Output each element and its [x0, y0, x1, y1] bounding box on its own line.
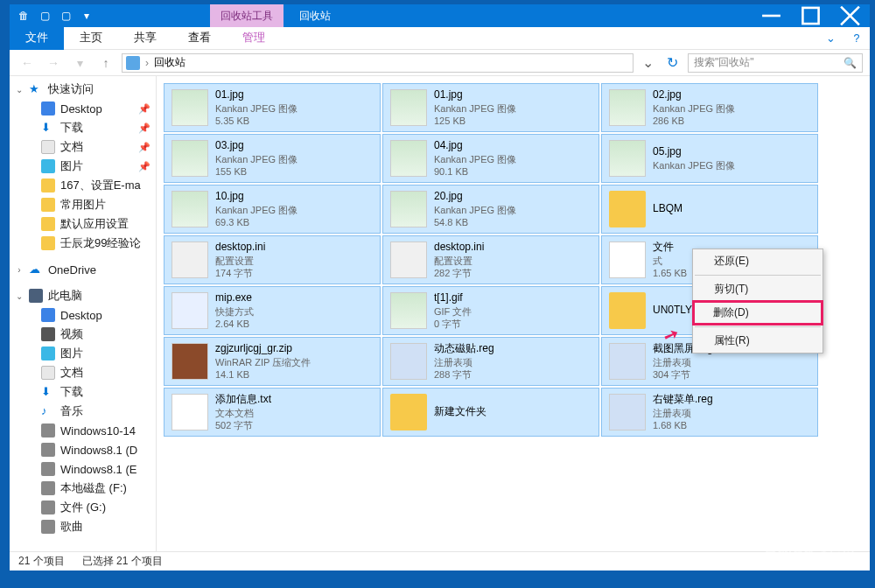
expand-icon[interactable]: ⌄	[15, 291, 24, 301]
expand-icon[interactable]: ⌄	[15, 85, 24, 94]
ribbon-tab-share[interactable]: 共享	[118, 27, 172, 50]
file-item[interactable]: zgjzurljcgj_gr.zip WinRAR ZIP 压缩文件 14.1 …	[164, 337, 381, 386]
sidebar-item[interactable]: ♪音乐	[10, 402, 156, 421]
sidebar-item[interactable]: 壬辰龙99经验论	[10, 234, 156, 253]
expand-icon[interactable]: ›	[15, 265, 24, 275]
menu-properties[interactable]: 属性(R)	[693, 329, 822, 353]
file-name: 01.jpg	[434, 88, 516, 102]
nav-back-button[interactable]: ←	[17, 52, 38, 74]
sidebar-item[interactable]: 歌曲	[10, 517, 156, 536]
file-item[interactable]: 新建文件夹	[382, 388, 599, 437]
nav-history-dropdown[interactable]: ▾	[69, 52, 90, 74]
ribbon-expand-icon[interactable]: ⌄	[817, 32, 844, 45]
path-segment[interactable]: 回收站	[154, 55, 186, 70]
file-tab[interactable]: 文件	[10, 27, 64, 50]
folder-icon	[41, 236, 55, 250]
sidebar-item[interactable]: 文档📌	[10, 137, 156, 157]
file-size: 90.1 KB	[434, 165, 516, 178]
ribbon-tab-home[interactable]: 主页	[64, 27, 118, 50]
file-item[interactable]: t[1].gif GIF 文件 0 字节	[382, 286, 599, 335]
doc-icon	[41, 140, 55, 154]
sidebar-item[interactable]: Windows8.1 (D	[10, 440, 156, 459]
ribbon-tab-manage[interactable]: 管理	[227, 27, 281, 50]
file-item[interactable]: LBQM	[601, 185, 818, 234]
sidebar-this-pc[interactable]: ⌄ 此电脑	[10, 286, 156, 305]
file-thumbnail	[390, 394, 427, 430]
navigation-pane[interactable]: ⌄ ★ 快速访问 Desktop📌⬇下载📌文档📌图片📌167、设置E-ma常用图…	[10, 76, 157, 551]
file-type: Kankan JPEG 图像	[434, 153, 516, 165]
file-name: 20.jpg	[434, 190, 516, 204]
file-item[interactable]: 动态磁贴.reg 注册表项 288 字节	[382, 337, 599, 386]
file-type: 注册表项	[434, 356, 494, 368]
sidebar-item[interactable]: Windows10-14	[10, 421, 156, 440]
file-item[interactable]: 03.jpg Kankan JPEG 图像 155 KB	[164, 134, 381, 183]
desktop-icon	[41, 308, 55, 322]
sidebar-quick-access[interactable]: ⌄ ★ 快速访问	[10, 80, 156, 99]
menu-delete[interactable]: 删除(D)	[692, 300, 823, 326]
ribbon-tab-view[interactable]: 查看	[172, 27, 227, 50]
qat-item[interactable]: ▢	[59, 9, 73, 23]
pin-icon: 📌	[138, 142, 150, 153]
sidebar-item[interactable]: 图片📌	[10, 157, 156, 176]
file-name: 03.jpg	[215, 139, 298, 153]
sidebar-item[interactable]: ⬇下载📌	[10, 118, 156, 137]
file-thumbnail	[172, 343, 208, 380]
titlebar[interactable]: 🗑 ▢ ▢ ▾ 回收站工具 回收站	[10, 4, 870, 27]
minimize-button[interactable]	[752, 4, 791, 27]
sidebar-item[interactable]: Desktop	[10, 305, 156, 325]
pin-icon: 📌	[138, 122, 150, 134]
nav-forward-button[interactable]: →	[43, 52, 64, 74]
file-item[interactable]: 01.jpg Kankan JPEG 图像 125 KB	[382, 83, 599, 132]
file-thumbnail	[390, 89, 427, 126]
file-item[interactable]: desktop.ini 配置设置 174 字节	[164, 235, 381, 284]
help-icon[interactable]: ?	[844, 32, 870, 45]
menu-cut[interactable]: 剪切(T)	[693, 277, 822, 301]
file-name: 01.jpg	[215, 88, 298, 102]
file-item[interactable]: 02.jpg Kankan JPEG 图像 286 KB	[601, 83, 818, 132]
address-dropdown-icon[interactable]: ⌄	[639, 54, 656, 71]
sidebar-item[interactable]: 文档	[10, 363, 156, 382]
sidebar-item[interactable]: 本地磁盘 (F:)	[10, 479, 156, 498]
sidebar-item[interactable]: 默认应用设置	[10, 214, 156, 234]
file-item[interactable]: 添加信息.txt 文本文档 502 字节	[164, 388, 381, 437]
qat-item[interactable]: ▢	[38, 9, 52, 23]
file-name: zgjzurljcgj_gr.zip	[215, 342, 311, 356]
qat-dropdown[interactable]: ▾	[80, 9, 94, 23]
file-size: 69.3 KB	[215, 216, 298, 228]
menu-restore[interactable]: 还原(E)	[693, 249, 822, 273]
file-item[interactable]: desktop.ini 配置设置 282 字节	[382, 235, 599, 284]
sidebar-item[interactable]: 视频	[10, 325, 156, 344]
file-item[interactable]: 10.jpg Kankan JPEG 图像 69.3 KB	[164, 185, 381, 234]
file-item[interactable]: 20.jpg Kankan JPEG 图像 54.8 KB	[382, 185, 599, 234]
file-size: 174 字节	[215, 267, 265, 279]
file-item[interactable]: 04.jpg Kankan JPEG 图像 90.1 KB	[382, 134, 599, 183]
file-item[interactable]: mip.exe 快捷方式 2.64 KB	[164, 286, 381, 335]
address-path[interactable]: › 回收站	[122, 53, 634, 73]
file-item[interactable]: 05.jpg Kankan JPEG 图像	[601, 134, 818, 183]
file-item[interactable]: 01.jpg Kankan JPEG 图像 5.35 KB	[164, 83, 381, 132]
maximize-button[interactable]	[791, 4, 830, 27]
search-box[interactable]: 搜索"回收站" 🔍	[688, 53, 863, 73]
refresh-button[interactable]: ↻	[662, 54, 682, 71]
file-type: Kankan JPEG 图像	[215, 102, 298, 115]
disk-icon	[41, 520, 55, 534]
file-type: 式	[653, 255, 687, 267]
close-button[interactable]	[830, 4, 870, 27]
sidebar-item[interactable]: ⬇下载	[10, 382, 156, 402]
file-type: Kankan JPEG 图像	[653, 102, 735, 115]
sidebar-item[interactable]: 图片	[10, 344, 156, 363]
file-thumbnail	[390, 343, 427, 380]
file-thumbnail	[172, 140, 208, 177]
nav-up-button[interactable]: ↑	[95, 52, 116, 74]
pin-icon: 📌	[138, 161, 150, 172]
sidebar-item[interactable]: Windows8.1 (E	[10, 459, 156, 479]
sidebar-onedrive[interactable]: › ☁ OneDrive	[10, 260, 156, 279]
file-item[interactable]: 右键菜单.reg 注册表项 1.68 KB	[601, 388, 818, 437]
sidebar-item[interactable]: 常用图片	[10, 195, 156, 214]
sidebar-item[interactable]: Desktop📌	[10, 99, 156, 118]
file-list[interactable]: 01.jpg Kankan JPEG 图像 5.35 KB 01.jpg Kan…	[157, 76, 870, 551]
sidebar-item[interactable]: 167、设置E-ma	[10, 176, 156, 195]
file-size: 5.35 KB	[215, 115, 298, 127]
file-size: 2.64 KB	[215, 318, 254, 330]
sidebar-item[interactable]: 文件 (G:)	[10, 498, 156, 517]
